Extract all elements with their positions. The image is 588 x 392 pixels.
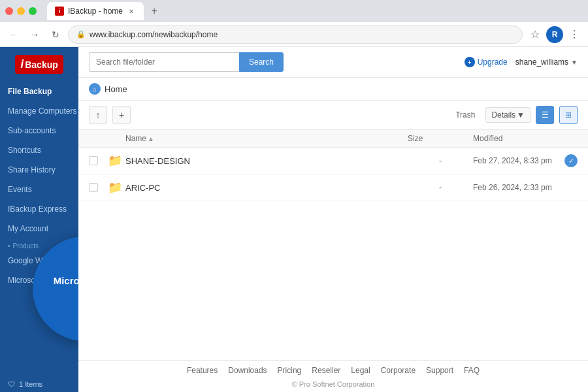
back-button[interactable]: ← — [5, 26, 22, 43]
header-icon-col — [107, 134, 125, 143]
sidebar-item-sub-accounts[interactable]: Sub-accounts — [0, 121, 78, 140]
browser-close-btn[interactable] — [5, 7, 13, 15]
content-spacer — [78, 245, 588, 360]
new-tab-button[interactable]: + — [146, 3, 162, 19]
new-folder-btn[interactable]: + — [112, 106, 131, 124]
toolbar-left: ↑ + — [89, 106, 131, 124]
footer: Features Downloads Pricing Reseller Lega… — [78, 360, 588, 392]
logo-i: i — [20, 57, 24, 71]
top-right: + Upgrade shane_williams ▼ — [465, 57, 578, 67]
grid-view-icon: ⊞ — [565, 110, 572, 120]
table-row: 📁 SHANE-DESIGN - Feb 27, 2024, 8:33 pm ✓ — [78, 148, 588, 174]
items-icon: 🛡 — [8, 380, 15, 388]
header-size-col[interactable]: Size — [408, 134, 473, 143]
grid-view-btn[interactable]: ⊞ — [559, 106, 578, 124]
url-bar[interactable]: 🔒 www.ibackup.com/newibackup/home — [68, 25, 523, 44]
footer-link-features[interactable]: Features — [187, 366, 218, 375]
list-view-icon: ☰ — [542, 110, 549, 120]
profile-btn[interactable]: R — [546, 26, 563, 43]
header-modified-col[interactable]: Modified — [473, 134, 578, 143]
footer-link-downloads[interactable]: Downloads — [228, 366, 267, 375]
tab-favicon: i — [55, 7, 64, 16]
toolbar: ↑ + Trash Details ▼ ☰ ⊞ — [78, 101, 588, 130]
main-content: Search + Upgrade shane_williams ▼ ⌂ Home — [78, 47, 588, 392]
details-button[interactable]: Details ▼ — [485, 107, 531, 123]
file-name-1[interactable]: SHANE-DESIGN — [125, 156, 408, 166]
bookmark-btn[interactable]: ☆ — [527, 26, 544, 43]
logo-area: i Backup — [0, 47, 78, 82]
file-name-2[interactable]: ARIC-PC — [125, 183, 408, 193]
sidebar-item-manage-computers[interactable]: Manage Computers — [0, 101, 78, 121]
browser-menu-btn[interactable]: ⋮ — [566, 26, 583, 43]
logo: i Backup — [15, 55, 63, 74]
search-button[interactable]: Search — [239, 52, 284, 72]
sidebar-item-ibackup-express[interactable]: IBackup Express — [0, 199, 78, 219]
folder-icon: 📁 — [108, 154, 122, 168]
copyright: © Pro Softnet Corporation — [78, 380, 588, 392]
table-row: 📁 ARIC-PC - Feb 26, 2024, 2:33 pm — [78, 174, 588, 201]
address-bar: ← → ↻ 🔒 www.ibackup.com/newibackup/home … — [0, 22, 588, 47]
forward-button[interactable]: → — [26, 26, 43, 43]
file-size-2: - — [408, 183, 473, 192]
browser-min-btn[interactable] — [17, 7, 25, 15]
tab-title: IBackup - home — [68, 7, 123, 16]
folder-icon: 📁 — [108, 180, 122, 195]
reload-button[interactable]: ↻ — [47, 26, 64, 43]
file-icon-1: 📁 — [107, 153, 123, 169]
top-bar: Search + Upgrade shane_williams ▼ — [78, 47, 588, 78]
details-chevron-icon: ▼ — [517, 110, 525, 120]
active-tab[interactable]: i IBackup - home ✕ — [47, 2, 144, 20]
url-text: www.ibackup.com/newibackup/home — [90, 30, 218, 39]
upgrade-button[interactable]: + Upgrade — [465, 57, 508, 67]
row-checkbox-1[interactable] — [89, 156, 98, 165]
status-icon-1: ✓ — [564, 154, 578, 167]
secure-icon: 🔒 — [76, 30, 86, 39]
file-date-1: Feb 27, 2024, 8:33 pm ✓ — [473, 154, 578, 167]
user-menu[interactable]: shane_williams ▼ — [515, 57, 578, 67]
file-icon-2: 📁 — [107, 180, 123, 195]
sidebar-item-events[interactable]: Events — [0, 180, 78, 199]
file-table: Name ▲ Size Modified 📁 SHANE-DESIGN - — [78, 130, 588, 245]
user-chevron-icon: ▼ — [571, 59, 578, 66]
upload-icon: ↑ — [96, 110, 101, 120]
tooltip-text: Microsoft 365 — [54, 275, 78, 286]
footer-link-corporate[interactable]: Corporate — [381, 366, 416, 375]
row-checkbox-2[interactable] — [89, 183, 98, 192]
trash-button[interactable]: Trash — [450, 108, 480, 122]
search-area: Search — [89, 52, 284, 72]
items-count: 🛡 1 Items — [0, 376, 78, 392]
breadcrumb-home-label: Home — [105, 84, 127, 94]
browser-max-btn[interactable] — [29, 7, 37, 15]
toolbar-right: Trash Details ▼ ☰ ⊞ — [450, 106, 578, 124]
new-folder-icon: + — [119, 110, 124, 120]
list-view-btn[interactable]: ☰ — [536, 106, 554, 124]
upload-btn[interactable]: ↑ — [89, 106, 107, 124]
footer-link-reseller[interactable]: Reseller — [312, 366, 340, 375]
search-input[interactable] — [89, 52, 239, 72]
footer-link-support[interactable]: Support — [426, 366, 453, 375]
home-icon[interactable]: ⌂ — [89, 83, 101, 95]
breadcrumb: ⌂ Home — [78, 78, 588, 101]
tab-close-btn[interactable]: ✕ — [127, 7, 136, 16]
app-container: i Backup File Backup Manage Computers Su… — [0, 47, 588, 392]
footer-link-pricing[interactable]: Pricing — [278, 366, 302, 375]
sidebar: i Backup File Backup Manage Computers Su… — [0, 47, 78, 392]
file-date-2: Feb 26, 2024, 2:33 pm — [473, 183, 578, 192]
file-size-1: - — [408, 156, 473, 165]
footer-link-faq[interactable]: FAQ — [464, 366, 480, 375]
header-checkbox-col — [89, 134, 107, 143]
footer-links: Features Downloads Pricing Reseller Lega… — [78, 361, 588, 380]
table-header: Name ▲ Size Modified — [78, 130, 588, 148]
browser-tab-bar: i IBackup - home ✕ + — [0, 0, 588, 22]
footer-link-legal[interactable]: Legal — [351, 366, 370, 375]
sidebar-item-shortcuts[interactable]: Shortcuts — [0, 140, 78, 160]
sidebar-item-share-history[interactable]: Share History — [0, 160, 78, 180]
sort-icon: ▲ — [148, 135, 154, 142]
upgrade-icon: + — [465, 57, 475, 67]
sidebar-item-my-account[interactable]: My Account — [0, 219, 78, 238]
sidebar-item-file-backup[interactable]: File Backup — [0, 82, 78, 101]
header-name-col[interactable]: Name ▲ — [125, 134, 408, 143]
logo-text: Backup — [25, 59, 58, 70]
